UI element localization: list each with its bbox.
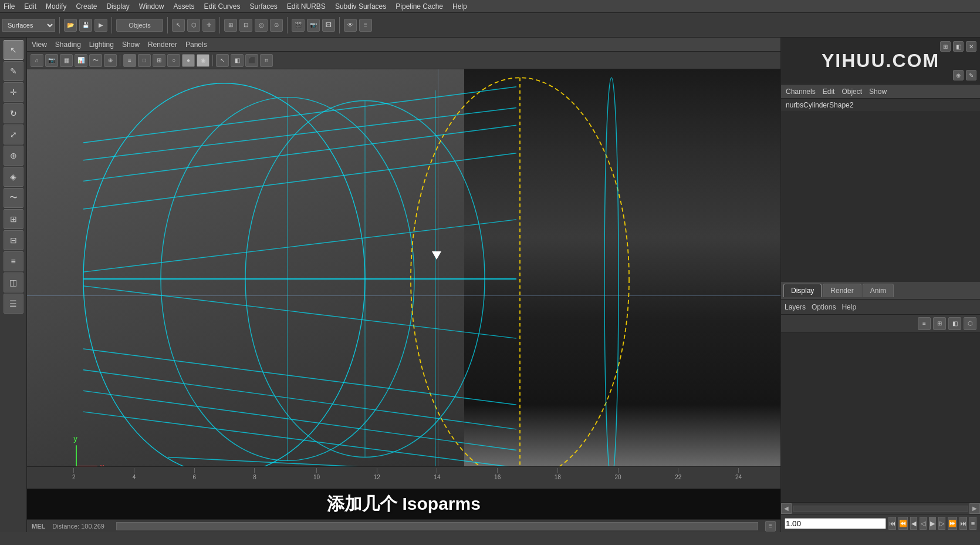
vp-menu-show[interactable]: Show [122, 41, 140, 49]
right-corner-btn2[interactable]: ◧ [953, 41, 964, 52]
grid-btn[interactable]: ⊟ [4, 230, 23, 250]
vp-menu-shading[interactable]: Shading [55, 41, 81, 49]
status-scroll-btn[interactable]: ≡ [765, 521, 776, 531]
layer-display-btn[interactable]: ≡ [4, 251, 23, 271]
menu-pipeline[interactable]: Pipeline Cache [396, 2, 443, 11]
vp-nurbs-icon[interactable]: ⊕ [104, 54, 117, 67]
camera-btn[interactable]: ◫ [4, 272, 23, 292]
timeline-ruler[interactable]: 2 4 6 8 10 [27, 467, 780, 489]
menu-create[interactable]: Create [76, 2, 97, 11]
soft-mod-btn[interactable]: ◈ [4, 167, 23, 187]
ch-header-show[interactable]: Show [869, 88, 887, 96]
scroll-right-btn[interactable]: ▶ [969, 503, 980, 514]
render-view-icon[interactable]: 🎬 [292, 19, 305, 32]
play-back-btn[interactable]: ◁ [920, 517, 927, 530]
render-seq-icon[interactable]: 🎞 [322, 19, 335, 32]
camera-icon[interactable]: 📷 [307, 19, 320, 32]
layer-icon-3[interactable]: ◧ [948, 317, 961, 330]
vp-graph-icon[interactable]: 📊 [75, 54, 87, 67]
next-frame-btn[interactable]: ▷ [938, 517, 945, 530]
go-end-btn[interactable]: ⏭ [959, 517, 967, 530]
command-input[interactable] [116, 522, 758, 530]
open-file-icon[interactable]: 📂 [64, 19, 77, 32]
frame-number-input[interactable]: 1.00 [785, 518, 886, 529]
vp-wire-icon[interactable]: ⊞ [153, 54, 165, 67]
vp-menu-view[interactable]: View [32, 41, 47, 49]
vp-share-icon[interactable]: ⌗ [260, 54, 273, 67]
snap-icon1[interactable]: ⊞ [224, 19, 237, 32]
layer-icon-1[interactable]: ≡ [918, 317, 931, 330]
menu-modify[interactable]: Modify [46, 2, 66, 11]
layer-icon[interactable]: ≡ [359, 19, 372, 32]
ch-header-channels[interactable]: Channels [786, 88, 816, 96]
go-start-btn[interactable]: ⏮ [888, 517, 896, 530]
menu-surfaces[interactable]: Surfaces [250, 2, 278, 11]
layer-icon-2[interactable]: ⊞ [933, 317, 946, 330]
timeline[interactable]: 2 4 6 8 10 [27, 466, 780, 489]
vp-layer-icon[interactable]: ≡ [123, 54, 136, 67]
snap-icon2[interactable]: ⊡ [239, 19, 252, 32]
vp-menu-panels[interactable]: Panels [185, 41, 207, 49]
step-forward-btn[interactable]: ⏩ [948, 517, 957, 530]
vp-menu-lighting[interactable]: Lighting [89, 41, 114, 49]
vp-home-icon[interactable]: ⌂ [31, 54, 43, 67]
menu-file[interactable]: File [4, 2, 15, 11]
menu-display[interactable]: Display [106, 2, 129, 11]
curve-tool-btn[interactable]: 〜 [4, 188, 23, 208]
right-corner-btn1[interactable]: ⊞ [940, 41, 951, 52]
tab-render[interactable]: Render [823, 284, 861, 297]
move-tool-btn[interactable]: ✛ [4, 82, 23, 102]
objects-label-icon[interactable]: Objects [116, 19, 163, 32]
right-scroll-bar[interactable]: ◀ ▶ [781, 503, 980, 514]
play-forward-btn[interactable]: ▶ [929, 517, 936, 530]
right-nav-btn2[interactable]: ✎ [966, 70, 976, 80]
transform-tool-btn[interactable]: ⊕ [4, 146, 23, 166]
select-tool-icon[interactable]: ↖ [172, 19, 185, 32]
vp-smooth-icon[interactable]: ○ [167, 54, 180, 67]
vp-menu-renderer[interactable]: Renderer [148, 41, 177, 49]
tab-display[interactable]: Display [783, 284, 822, 297]
vp-curve-icon[interactable]: 〜 [89, 54, 102, 67]
prev-frame-btn[interactable]: ◀ [910, 517, 917, 530]
viewport-canvas[interactable]: x y 2 4 [27, 69, 780, 489]
paint-select-btn[interactable]: ✎ [4, 61, 23, 81]
menu-edit-nurbs[interactable]: Edit NURBS [287, 2, 326, 11]
select-tool-btn[interactable]: ↖ [4, 40, 23, 60]
subtab-help[interactable]: Help [842, 303, 856, 311]
snap-icon4[interactable]: ⊙ [270, 19, 283, 32]
vp-panel-icon[interactable]: ⬛ [245, 54, 258, 67]
menu-help[interactable]: Help [452, 2, 467, 11]
vp-render-icon[interactable]: ▦ [60, 54, 73, 67]
anim-prefs-btn[interactable]: ≡ [969, 517, 976, 530]
menu-subdiv[interactable]: Subdiv Surfaces [335, 2, 386, 11]
vp-box-icon[interactable]: ◧ [231, 54, 244, 67]
lasso-icon[interactable]: ⬡ [187, 19, 200, 32]
subtab-options[interactable]: Options [812, 303, 836, 311]
move-icon[interactable]: ✛ [202, 19, 215, 32]
vp-shade2-icon[interactable]: ◉ [197, 54, 209, 67]
scale-tool-btn[interactable]: ⤢ [4, 125, 23, 144]
vp-xform-icon[interactable]: ↖ [216, 54, 229, 67]
nurbs-cv-btn[interactable]: ⊞ [4, 209, 23, 229]
right-corner-btn3[interactable]: ✕ [966, 41, 976, 52]
subtab-layers[interactable]: Layers [785, 303, 806, 311]
ch-header-edit[interactable]: Edit [823, 88, 835, 96]
scroll-track[interactable] [793, 506, 968, 512]
rotate-tool-btn[interactable]: ↻ [4, 103, 23, 123]
vp-camera-icon[interactable]: 📷 [45, 54, 58, 67]
menu-set-selector[interactable]: Surfaces [2, 19, 55, 32]
show-hide-icon[interactable]: 👁 [344, 19, 357, 32]
snap-icon3[interactable]: ◎ [255, 19, 268, 32]
scroll-left-btn[interactable]: ◀ [781, 503, 792, 514]
right-nav-btn1[interactable]: ⊕ [953, 70, 964, 80]
save-file-icon[interactable]: 💾 [79, 19, 92, 32]
vp-shade-icon[interactable]: ● [182, 54, 195, 67]
menu-edit-curves[interactable]: Edit Curves [204, 2, 240, 11]
tab-anim[interactable]: Anim [863, 284, 894, 297]
layer-icon-4[interactable]: ⬡ [964, 317, 976, 330]
render-icon[interactable]: ▶ [94, 19, 107, 32]
menu-assets[interactable]: Assets [173, 2, 194, 11]
misc-btn[interactable]: ☰ [4, 294, 23, 314]
menu-edit[interactable]: Edit [24, 2, 36, 11]
menu-window[interactable]: Window [139, 2, 164, 11]
